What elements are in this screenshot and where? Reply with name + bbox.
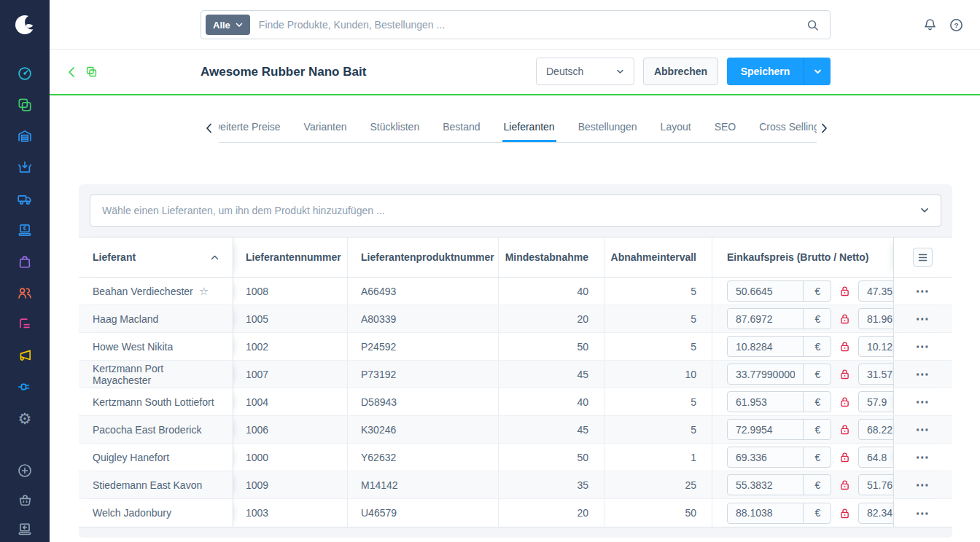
content-categories-icon <box>17 316 33 332</box>
column-header-product-number[interactable]: Lieferantenproduktnummer <box>348 237 499 277</box>
sidebar-item-incoming-goods[interactable] <box>16 159 34 176</box>
purchase-interval-cell: 5 <box>604 416 712 443</box>
sidebar-item-customers[interactable] <box>16 284 34 302</box>
suppliers-grid: Lieferant Lieferantennummer Lieferantenp… <box>79 237 952 527</box>
sidebar-item-pos[interactable]: € <box>16 221 34 239</box>
tab-bestellungen[interactable]: Bestellungen <box>577 112 639 142</box>
price-lock-icon[interactable] <box>840 369 849 380</box>
gross-price-input[interactable] <box>728 281 803 301</box>
net-price-input[interactable] <box>859 420 894 439</box>
context-menu-button[interactable]: ⋯ <box>913 393 933 410</box>
price-lock-icon[interactable] <box>840 396 849 407</box>
price-lock-icon[interactable] <box>840 341 849 352</box>
duplicate-button[interactable] <box>85 66 98 78</box>
purchase-interval-cell: 5 <box>604 333 712 360</box>
sidebar-item-shop[interactable] <box>16 491 34 508</box>
tab-lieferanten[interactable]: Lieferanten <box>502 112 556 142</box>
search-input[interactable] <box>250 19 806 31</box>
sidebar-bottom <box>16 462 34 542</box>
sidebar-item-shipping[interactable] <box>16 190 34 208</box>
help-button[interactable]: ? <box>949 17 964 33</box>
net-price-input[interactable] <box>859 337 894 356</box>
grid-settings-button[interactable] <box>913 248 933 267</box>
supplier-product-number-cell: A80339 <box>348 305 499 332</box>
tab-erweiterte-preise[interactable]: Erweiterte Preise <box>219 112 282 142</box>
language-select[interactable]: Deutsch <box>536 58 634 85</box>
save-options-button[interactable] <box>804 58 831 85</box>
supplier-select[interactable] <box>90 195 941 227</box>
tabs-scroll-right-button[interactable] <box>820 122 829 135</box>
gross-price-input[interactable] <box>728 475 803 495</box>
currency-suffix: € <box>803 503 831 523</box>
gross-price-input[interactable] <box>728 364 803 384</box>
context-menu-button[interactable]: ⋯ <box>913 338 933 355</box>
context-menu-button[interactable]: ⋯ <box>913 310 933 327</box>
net-price-input[interactable] <box>859 364 894 384</box>
price-lock-icon[interactable] <box>840 452 849 463</box>
back-button[interactable] <box>67 66 76 78</box>
column-header-supplier[interactable]: Lieferant <box>79 237 233 277</box>
row-actions-cell: ⋯ <box>893 361 952 388</box>
net-price-input[interactable] <box>859 392 894 412</box>
gross-price-input[interactable] <box>728 447 803 467</box>
column-header-interval[interactable]: Abnahmeintervall <box>604 237 712 277</box>
tab-cross-selling[interactable]: Cross Selling <box>758 112 817 142</box>
sidebar-item-warehouse[interactable] <box>16 127 34 145</box>
net-price-input[interactable] <box>859 281 894 301</box>
gross-price-field: € <box>727 336 831 357</box>
context-menu-button[interactable]: ⋯ <box>913 283 933 299</box>
sidebar-item-account[interactable] <box>16 520 34 538</box>
tab-bestand[interactable]: Bestand <box>441 112 481 142</box>
gross-price-input[interactable] <box>728 337 803 356</box>
price-lock-icon[interactable] <box>840 424 849 435</box>
shopware-logo[interactable] <box>0 0 50 50</box>
column-header-purchase-price[interactable]: Einkaufspreis (Brutto / Netto) <box>712 237 894 277</box>
sidebar-item-products[interactable] <box>16 96 34 114</box>
tab-varianten[interactable]: Varianten <box>303 112 349 142</box>
context-menu-button[interactable]: ⋯ <box>913 449 933 466</box>
context-menu-button[interactable]: ⋯ <box>913 505 933 522</box>
currency-suffix: € <box>803 309 831 329</box>
price-lock-icon[interactable] <box>840 508 849 519</box>
tabs-scroll-left-button[interactable] <box>204 122 214 135</box>
sidebar-item-extensions[interactable] <box>16 378 34 396</box>
column-header-min-purchase[interactable]: Mindestabnahme <box>499 237 604 277</box>
save-button[interactable]: Speichern <box>727 58 804 85</box>
page-title: Awesome Rubber Nano Bait <box>201 50 366 94</box>
gross-price-input[interactable] <box>728 392 803 412</box>
context-menu-button[interactable]: ⋯ <box>913 476 933 493</box>
tab-layout[interactable]: Layout <box>659 112 693 142</box>
price-lock-icon[interactable] <box>840 313 849 324</box>
sidebar-item-orders[interactable] <box>16 253 34 270</box>
preferred-star-icon[interactable]: ☆ <box>199 286 209 296</box>
price-lock-icon[interactable] <box>840 479 849 490</box>
cancel-button[interactable]: Abbrechen <box>643 58 718 85</box>
gross-price-input[interactable] <box>728 503 803 523</box>
net-price-input[interactable] <box>859 447 894 467</box>
grid-header: Lieferant Lieferantennummer Lieferantenp… <box>79 237 952 278</box>
tab-seo[interactable]: SEO <box>713 112 738 142</box>
supplier-cell: Howe West Nikita <box>79 333 233 360</box>
sidebar-item-marketing[interactable] <box>16 347 34 364</box>
gross-price-input[interactable] <box>728 420 803 439</box>
gross-price-input[interactable] <box>728 309 803 329</box>
net-price-input[interactable] <box>859 309 894 329</box>
search-filter-label: Alle <box>213 20 230 31</box>
price-lock-icon[interactable] <box>840 286 849 296</box>
notifications-button[interactable] <box>922 17 938 33</box>
currency-suffix: € <box>803 392 831 412</box>
supplier-name: Welch Jadonbury <box>93 507 171 519</box>
sidebar-item-add-module[interactable] <box>16 462 34 479</box>
net-price-input[interactable] <box>859 475 894 495</box>
tab-st-cklisten[interactable]: Stücklisten <box>369 112 421 142</box>
supplier-select-input[interactable] <box>90 205 920 216</box>
context-menu-button[interactable]: ⋯ <box>913 366 933 382</box>
sidebar-item-dashboard[interactable] <box>16 65 34 82</box>
net-price-input[interactable] <box>859 503 894 523</box>
search-filter-button[interactable]: Alle <box>206 15 250 35</box>
sidebar-item-settings[interactable]: ⚙ <box>16 409 34 427</box>
column-header-supplier-number[interactable]: Lieferantennummer <box>233 237 348 277</box>
context-menu-button[interactable]: ⋯ <box>913 421 933 438</box>
grid-body: Beahan Verdiechester ☆ 1008 A66493 40 5 … <box>79 278 952 527</box>
sidebar-item-content[interactable] <box>16 315 34 333</box>
